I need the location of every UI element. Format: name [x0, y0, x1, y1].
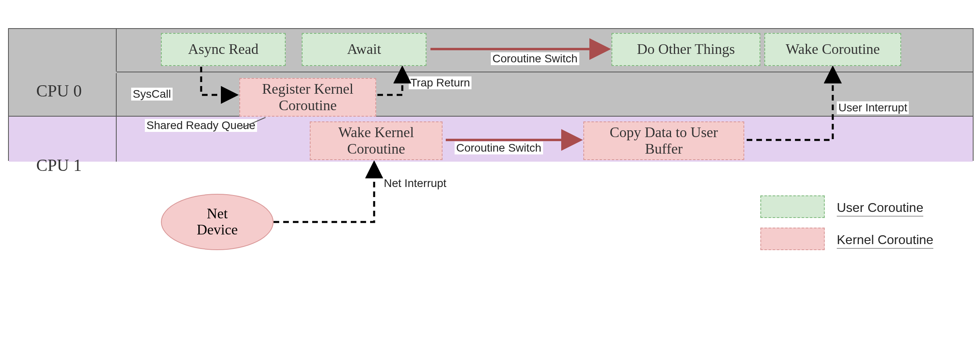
legend-text-kernel: Kernel Coroutine [837, 232, 933, 249]
cpu0-label: CPU 0 [36, 81, 82, 101]
label-coroutine-switch-2: Coroutine Switch [455, 142, 543, 154]
label-net-interrupt: Net Interrupt [382, 177, 448, 190]
box-wake-coroutine: Wake Coroutine [764, 33, 901, 66]
cpu1-label: CPU 1 [36, 156, 82, 175]
label-trap-return: Trap Return [409, 76, 471, 89]
cpu1-cell [9, 117, 117, 162]
cpu0-cell-top [9, 29, 117, 72]
legend-text-user: User Coroutine [837, 200, 923, 216]
legend-swatch-user [760, 195, 825, 218]
net-device-ellipse: Net Device [161, 194, 274, 250]
label-coroutine-switch-1: Coroutine Switch [491, 52, 579, 65]
box-register-kernel-coroutine: Register Kernel Coroutine [239, 78, 376, 117]
legend-swatch-kernel [760, 228, 825, 250]
box-wake-kernel-coroutine: Wake Kernel Coroutine [310, 121, 443, 160]
box-await: Await [302, 33, 426, 66]
box-do-other: Do Other Things [611, 33, 760, 66]
box-copy-data: Copy Data to User Buffer [583, 121, 744, 160]
box-async-read: Async Read [161, 33, 286, 66]
cpu0-cell-merge-patch [9, 72, 117, 73]
label-user-interrupt: User Interrupt [837, 101, 909, 114]
label-shared-ready-queue: Shared Ready Queue [145, 119, 257, 132]
label-syscall: SysCall [131, 88, 173, 101]
arrow-net-interrupt [274, 163, 374, 222]
